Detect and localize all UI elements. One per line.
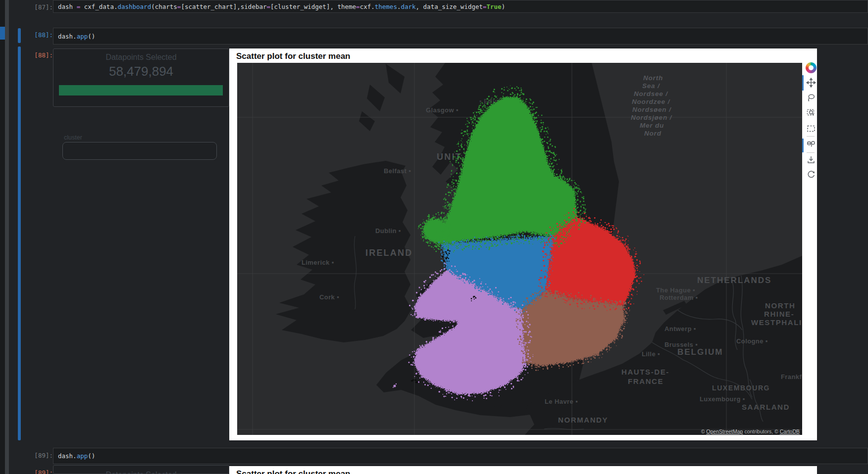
code-line: dash.app() xyxy=(53,33,95,40)
toolbar-divider xyxy=(807,152,815,153)
activity-rail xyxy=(0,0,5,474)
active-tool-indicator-hover xyxy=(802,139,804,152)
bokeh-logo-icon[interactable] xyxy=(806,62,817,73)
code-line: dash = cxf_data.dashboard(charts=[scatte… xyxy=(53,3,505,10)
bokeh-toolbar xyxy=(802,48,817,440)
map-plot[interactable]: Glasgow ▪▪ EdinburgBelfast ▪Dublin ▪IREL… xyxy=(237,63,802,435)
code-cell-87[interactable]: dash = cxf_data.dashboard(charts=[scatte… xyxy=(53,0,868,13)
bokeh-chart-panel-partial: Scatter plot for cluster mean xyxy=(229,466,817,474)
input-prompt-89: [89]: xyxy=(31,452,53,459)
chart-title: Scatter plot for cluster mean xyxy=(236,469,351,474)
box-select-tool-icon[interactable] xyxy=(806,124,816,134)
box-zoom-tool-icon[interactable] xyxy=(806,108,816,118)
map-attribution: © OpenStreetMap contributors, © CartoDB xyxy=(701,428,800,434)
datapoints-value: 58,479,894 xyxy=(53,64,229,79)
datapoints-card: Datapoints Selected 58,479,894 xyxy=(53,48,229,107)
chart-title: Scatter plot for cluster mean xyxy=(236,51,351,61)
reset-tool-icon[interactable] xyxy=(806,169,816,179)
attribution-link[interactable]: OpenStreetMap xyxy=(706,428,743,434)
scatter-clusters-layer xyxy=(237,63,802,435)
attribution-text: contributors, © xyxy=(743,428,779,434)
datapoints-title: Datapoints Selected xyxy=(53,53,229,62)
jupyterlab-screen: [87]: dash = cxf_data.dashboard(charts=[… xyxy=(0,0,868,474)
input-prompt-87: [87]: xyxy=(31,3,53,11)
code-line: dash.app() xyxy=(53,452,95,460)
active-cell-bar-input[interactable] xyxy=(18,28,21,43)
code-cell-89[interactable]: dash.app() xyxy=(53,448,868,464)
cluster-input[interactable] xyxy=(62,142,217,160)
datapoints-progress-bar xyxy=(59,85,223,95)
sidebar-divider[interactable] xyxy=(5,0,9,474)
datapoints-title: Datapoints Selected xyxy=(53,471,229,474)
pan-tool-icon[interactable] xyxy=(806,78,816,88)
hover-tool-icon[interactable] xyxy=(806,139,816,148)
attribution-text: © xyxy=(701,428,707,434)
active-tool-indicator-pan xyxy=(802,75,804,91)
active-tab-indicator[interactable] xyxy=(0,27,5,40)
output-prompt-88: [88]: xyxy=(31,51,53,59)
datapoints-progress-track xyxy=(59,85,223,95)
code-cell-88[interactable]: dash.app() xyxy=(53,28,868,45)
input-prompt-88: [88]: xyxy=(31,31,53,39)
datapoints-card-partial: Datapoints Selected xyxy=(53,465,229,474)
save-tool-icon[interactable] xyxy=(806,155,816,165)
cluster-widget-label: cluster xyxy=(64,134,82,141)
output-prompt-89: [89]: xyxy=(31,469,53,474)
bokeh-chart-panel: Scatter plot for cluster mean xyxy=(229,48,817,440)
active-cell-bar-output[interactable] xyxy=(18,47,21,440)
attribution-link[interactable]: CartoDB xyxy=(780,428,800,434)
toolbar-divider xyxy=(807,136,815,137)
lasso-select-tool-icon[interactable] xyxy=(806,93,816,102)
